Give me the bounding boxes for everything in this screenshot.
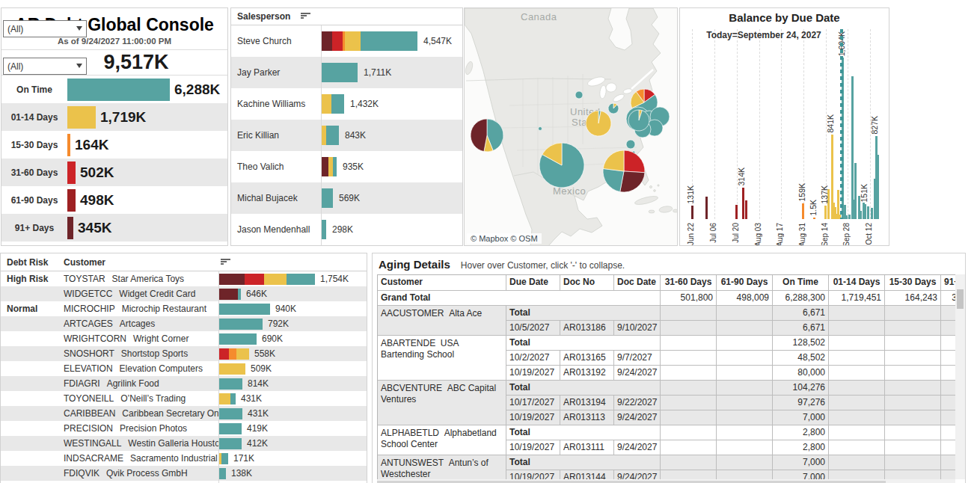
sort-icon[interactable] xyxy=(221,259,231,266)
column-header[interactable]: Customer xyxy=(378,275,506,291)
balance-bar[interactable] xyxy=(848,215,851,219)
map-pie[interactable] xyxy=(575,91,583,99)
balance-bar[interactable] xyxy=(735,205,738,219)
bar-segment[interactable] xyxy=(287,274,315,285)
column-header[interactable]: 15-30 Days xyxy=(885,275,941,291)
bar-segment[interactable] xyxy=(333,157,337,176)
debt-risk-row[interactable]: TOYONEILLO’Neill’s Trading431K xyxy=(1,391,367,406)
bar-segment[interactable] xyxy=(219,333,257,345)
map-pie[interactable] xyxy=(471,119,503,152)
map-pie[interactable] xyxy=(586,111,611,136)
balance-bar[interactable] xyxy=(871,208,873,219)
map-pie[interactable] xyxy=(603,150,645,192)
bar-segment[interactable] xyxy=(361,31,417,51)
branch-filter-dropdown[interactable]: (All) xyxy=(3,58,87,75)
bar-segment[interactable] xyxy=(219,408,242,419)
balance-bar[interactable] xyxy=(854,163,857,219)
bar-segment[interactable] xyxy=(236,348,249,360)
debt-risk-row[interactable]: WIDGETCCWidget Credit Card646K xyxy=(1,286,367,301)
kpi-bar[interactable] xyxy=(67,189,76,212)
debt-risk-row[interactable]: SNOSHORTShortstop Sports558K xyxy=(1,346,367,361)
bar-segment[interactable] xyxy=(322,157,328,176)
bar-segment[interactable] xyxy=(332,31,343,51)
map-pie[interactable] xyxy=(628,110,649,131)
bar-segment[interactable] xyxy=(219,289,238,300)
salesperson-row[interactable]: Kachine Williams1,432K xyxy=(231,88,462,120)
debt-risk-row[interactable]: WESTINGALLWestin Galleria Houston412K xyxy=(1,436,367,451)
debt-risk-row[interactable]: WRIGHTCORNWright Corner690K xyxy=(1,331,367,346)
vertical-scrollbar-thumb[interactable] xyxy=(957,289,964,309)
map-pie[interactable] xyxy=(608,103,619,114)
map-pie[interactable] xyxy=(539,143,584,188)
column-header[interactable]: 01-14 Days xyxy=(829,275,885,291)
balance-bar[interactable] xyxy=(742,188,744,219)
balance-bar[interactable] xyxy=(691,206,693,219)
bar-segment[interactable] xyxy=(345,31,361,51)
balance-bar[interactable] xyxy=(813,218,815,219)
bar-segment[interactable] xyxy=(322,31,332,51)
balance-bar[interactable] xyxy=(864,204,866,219)
bar-segment[interactable] xyxy=(322,94,331,114)
map-pie[interactable] xyxy=(539,127,542,131)
map-pie[interactable] xyxy=(626,140,635,149)
bar-segment[interactable] xyxy=(219,348,229,360)
debt-risk-row[interactable]: NormalMICROCHIPMicrochip Restaurant940K xyxy=(1,301,367,316)
debt-risk-row[interactable]: PRECISIONPrecision Photos419K xyxy=(1,421,367,436)
bar-segment[interactable] xyxy=(238,289,241,300)
customer-cell[interactable]: AACUSTOMER Alta Ace xyxy=(378,306,506,336)
balance-bar[interactable] xyxy=(745,200,747,219)
debt-risk-row[interactable]: FDIQVIKQvik Process GmbH138K xyxy=(1,466,367,481)
balance-bar[interactable] xyxy=(860,211,862,219)
kpi-bar[interactable] xyxy=(67,134,70,156)
bar-segment[interactable] xyxy=(219,378,242,390)
bar-segment[interactable] xyxy=(219,393,230,404)
salesperson-row[interactable]: Jason Mendenhall298K xyxy=(231,214,462,245)
bar-segment[interactable] xyxy=(219,319,263,330)
bar-segment[interactable] xyxy=(322,63,358,82)
bar-segment[interactable] xyxy=(245,274,264,285)
bar-segment[interactable] xyxy=(322,220,326,239)
column-header[interactable]: On Time xyxy=(773,275,829,291)
salesperson-row[interactable]: Michal Bujacek569K xyxy=(231,182,462,214)
debt-risk-row[interactable]: INDSACRAMESacramento Industrial S..171K xyxy=(1,451,367,466)
customer-cell[interactable]: ABARTENDE USA Bartending School xyxy=(378,336,506,381)
debt-risk-row[interactable]: High RiskTOYSTARStar America Toys1,754K xyxy=(1,271,367,286)
balance-bar[interactable] xyxy=(877,155,879,219)
customer-cell[interactable]: ALPHABETLD Alphabetland School Center xyxy=(378,425,506,455)
bar-segment[interactable] xyxy=(331,94,344,114)
bar-segment[interactable] xyxy=(264,274,287,285)
balance-bar[interactable] xyxy=(867,206,869,219)
column-header[interactable]: 61-90 Days xyxy=(717,275,773,291)
salesperson-row[interactable]: Theo Valich935K xyxy=(231,151,462,182)
bar-segment[interactable] xyxy=(219,363,245,375)
salesperson-row[interactable]: Steve Church4,547K xyxy=(231,25,462,57)
bar-segment[interactable] xyxy=(219,423,242,434)
balance-bar[interactable] xyxy=(705,197,708,219)
customer-cell[interactable]: ANTUNSWEST Antun’s of Westchester xyxy=(378,455,506,479)
sort-icon[interactable] xyxy=(301,13,311,20)
column-header[interactable]: Doc Date xyxy=(614,275,661,291)
aging-filter-dropdown[interactable]: (All) xyxy=(3,20,87,37)
bar-segment[interactable] xyxy=(230,393,236,404)
bar-segment[interactable] xyxy=(219,304,270,315)
bar-segment[interactable] xyxy=(219,468,226,479)
column-header[interactable]: 31-60 Days xyxy=(661,275,717,291)
salesperson-row[interactable]: Eric Killian843K xyxy=(231,120,462,151)
salesperson-row[interactable]: Jay Parker1,711K xyxy=(231,57,462,88)
map-canvas[interactable]: CanadaUnitedStatesMexico xyxy=(465,8,677,246)
horizontal-scrollbar[interactable] xyxy=(377,479,955,483)
bar-segment[interactable] xyxy=(326,126,339,145)
kpi-bar[interactable] xyxy=(67,161,76,184)
vertical-scrollbar[interactable] xyxy=(955,274,965,479)
bar-segment[interactable] xyxy=(221,453,228,464)
bar-segment[interactable] xyxy=(219,274,245,285)
bar-segment[interactable] xyxy=(229,348,236,360)
debt-risk-row[interactable]: ELEVATIONElevation Computers509K xyxy=(1,361,367,376)
debt-risk-row[interactable]: FDIAGRIAgrilink Food814K xyxy=(1,376,367,391)
balance-bar[interactable] xyxy=(824,206,827,219)
column-header[interactable]: Doc No xyxy=(560,275,614,291)
balance-bar[interactable] xyxy=(851,76,854,219)
column-header[interactable]: Due Date xyxy=(506,275,560,291)
bar-segment[interactable] xyxy=(322,188,333,208)
column-header[interactable]: 91+ xyxy=(941,275,955,291)
